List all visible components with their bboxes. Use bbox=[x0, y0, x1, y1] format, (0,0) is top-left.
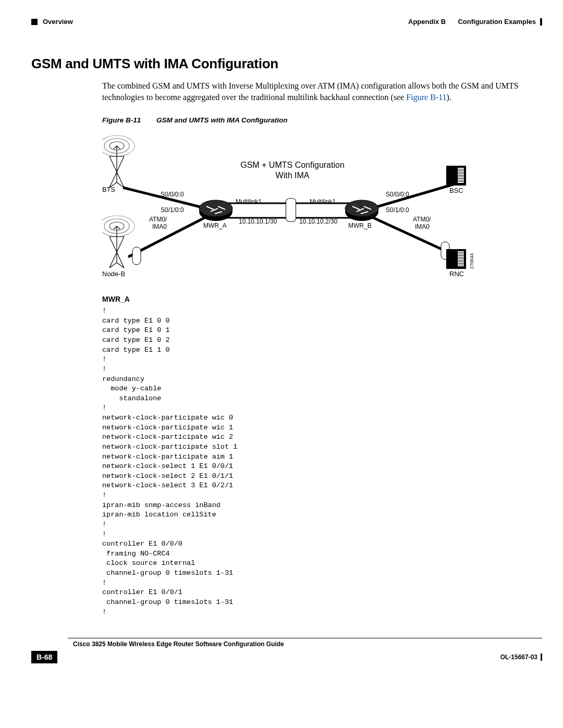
code-heading: MWR_A bbox=[102, 295, 542, 303]
label-ima0-right: IMA0 bbox=[415, 223, 430, 230]
page-footer: Cisco 3825 Mobile Wireless Edge Router S… bbox=[31, 638, 542, 663]
header-appendix-title: Configuration Examples bbox=[458, 18, 536, 26]
label-ml1-left: Multilink1 bbox=[236, 198, 262, 205]
header-square-icon bbox=[31, 19, 38, 25]
svg-line-11 bbox=[371, 183, 457, 208]
label-s0000-left: S0/0/0:0 bbox=[161, 191, 184, 198]
para-t2: ). bbox=[447, 93, 451, 102]
label-mwrb: MWR_B bbox=[348, 222, 372, 229]
config-code-block: ! card type E1 0 0 card type E1 0 1 card… bbox=[102, 306, 542, 617]
label-s0000-right: S0/0/0:0 bbox=[386, 191, 409, 198]
figure-caption-text: GSM and UMTS with IMA Configuration bbox=[156, 116, 287, 124]
figure-caption: Figure B-11 GSM and UMTS with IMA Config… bbox=[102, 116, 542, 124]
router-a-icon bbox=[199, 200, 232, 221]
bsc-rack-icon bbox=[446, 166, 466, 186]
figure-ref-link[interactable]: Figure B-11 bbox=[406, 93, 446, 102]
header-bar-icon bbox=[540, 18, 542, 26]
rnc-rack-icon bbox=[446, 249, 466, 269]
label-ima0-left: IMA0 bbox=[152, 223, 167, 230]
network-diagram: GSM + UMTS Configuration With IMA BTS No… bbox=[102, 134, 478, 286]
intro-paragraph: The combined GSM and UMTS with Inverse M… bbox=[102, 80, 542, 103]
footer-docnum: OL-15667-03 bbox=[500, 653, 537, 661]
footer-rule bbox=[68, 638, 542, 638]
label-ml1-right: Multilink1 bbox=[310, 198, 336, 205]
svg-point-15 bbox=[199, 200, 232, 217]
label-atm0-left: ATM0/ bbox=[149, 216, 167, 223]
label-rnc: RNC bbox=[449, 270, 464, 278]
footer-bar-icon bbox=[541, 653, 542, 661]
svg-rect-8 bbox=[132, 247, 141, 265]
label-s0100-right: S0/1/0:0 bbox=[386, 206, 409, 214]
label-bts: BTS bbox=[102, 186, 115, 193]
page-number-badge: B-68 bbox=[31, 651, 57, 663]
label-bsc: BSC bbox=[449, 187, 463, 194]
para-t1: The combined GSM and UMTS with Inverse M… bbox=[102, 81, 519, 102]
label-atm0-right: ATM0/ bbox=[413, 216, 431, 223]
figure-number: Figure B-11 bbox=[102, 116, 141, 124]
svg-point-21 bbox=[345, 200, 378, 217]
diagram-sidecode: 270644 bbox=[469, 253, 474, 269]
router-b-icon bbox=[345, 200, 378, 221]
multilink-cylinder-icon bbox=[286, 198, 296, 222]
page-header: Overview Appendix B Configuration Exampl… bbox=[31, 18, 542, 26]
footer-guide-title: Cisco 3825 Mobile Wireless Edge Router S… bbox=[73, 640, 542, 648]
page-title: GSM and UMTS with IMA Configuration bbox=[31, 56, 542, 72]
header-section: Overview bbox=[43, 18, 73, 26]
label-mwra: MWR_A bbox=[203, 222, 227, 229]
label-ip-left: 10.10.10.1/30 bbox=[239, 218, 277, 225]
diagram-title-1: GSM + UMTS Configuration bbox=[238, 161, 347, 170]
diagram-title-2: With IMA bbox=[238, 171, 347, 180]
label-s0100-left: S0/1/0:0 bbox=[161, 206, 184, 214]
label-nodeb: Node-B bbox=[102, 270, 125, 278]
label-ip-right: 10.10.10.2/30 bbox=[299, 218, 337, 225]
header-appendix: Appendix B bbox=[408, 18, 446, 26]
